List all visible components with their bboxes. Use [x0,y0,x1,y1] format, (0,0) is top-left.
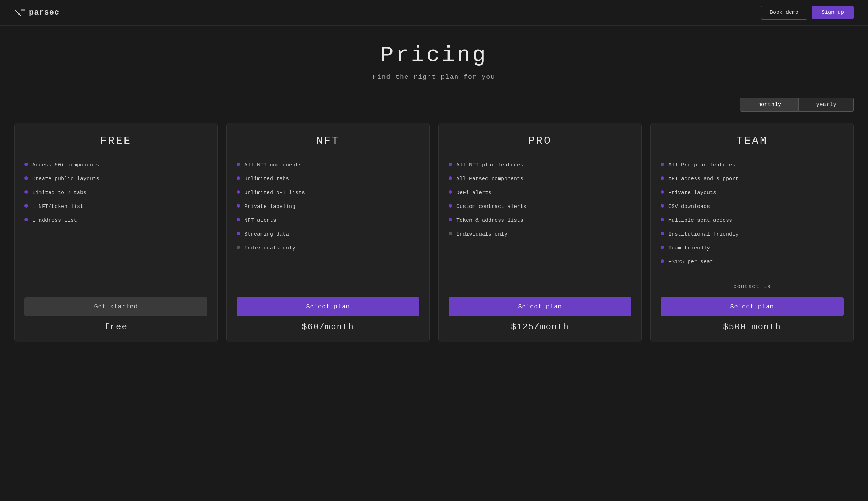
feature-text: All NFT plan features [456,161,523,169]
yearly-toggle[interactable]: yearly [799,98,854,112]
feature-text: Individuals only [244,244,295,252]
list-item: Unlimited NFT lists [237,189,419,197]
bullet-icon [661,163,664,166]
features-list-team: All Pro plan featuresAPI access and supp… [661,161,844,272]
bullet-icon [24,190,28,194]
bullet-icon [661,246,664,249]
pricing-grid: FREEAccess 50+ componentsCreate public l… [14,123,854,342]
feature-text: All Pro plan features [668,161,735,169]
plan-card-team: TEAMAll Pro plan featuresAPI access and … [650,123,854,342]
cta-button-pro[interactable]: Select plan [449,297,631,316]
contact-us-label: contact us [661,283,844,290]
features-list-nft: All NFT componentsUnlimited tabsUnlimite… [237,161,419,286]
bullet-icon [449,204,452,208]
plan-title-free: FREE [24,135,207,153]
list-item: Custom contract alerts [449,203,631,210]
bullet-icon [661,190,664,194]
feature-text: Private labeling [244,203,295,210]
feature-text: Streaming data [244,231,289,238]
list-item: +$125 per seat [661,258,844,266]
feature-text: 1 address list [32,217,77,224]
navbar: parsec Book demo Sign up [0,0,868,26]
bullet-icon [449,190,452,194]
feature-text: CSV downloads [668,203,710,210]
feature-text: Institutional friendly [668,231,739,238]
plan-card-free: FREEAccess 50+ componentsCreate public l… [14,123,218,342]
plan-price-pro: $125/month [449,322,631,332]
bullet-icon [449,176,452,180]
feature-text: Unlimited tabs [244,175,289,183]
bullet-icon [449,232,452,235]
bullet-icon [237,246,240,249]
plan-price-free: free [24,322,207,332]
feature-text: Individuals only [456,231,507,238]
bullet-icon [237,190,240,194]
book-demo-button[interactable]: Book demo [761,6,807,20]
feature-text: Token & address lists [456,217,523,224]
feature-text: Access 50+ components [32,161,99,169]
bullet-icon [24,163,28,166]
list-item: All NFT components [237,161,419,169]
bullet-icon [449,218,452,221]
billing-toggle: monthly yearly [14,98,854,112]
page-subtitle: Find the right plan for you [14,73,854,81]
sign-up-button[interactable]: Sign up [812,6,854,19]
parsec-logo-icon [14,7,26,18]
feature-text: Custom contract alerts [456,203,527,210]
feature-text: Unlimited NFT lists [244,189,305,197]
list-item: Streaming data [237,231,419,238]
list-item: 1 address list [24,217,207,224]
cta-button-nft[interactable]: Select plan [237,297,419,316]
bullet-icon [24,176,28,180]
monthly-toggle[interactable]: monthly [740,98,799,112]
bullet-icon [237,218,240,221]
cta-button-free[interactable]: Get started [24,297,207,316]
page-title: Pricing [14,43,854,68]
list-item: Unlimited tabs [237,175,419,183]
plan-title-pro: PRO [449,135,631,153]
list-item: All Pro plan features [661,161,844,169]
feature-text: Team friendly [668,244,710,252]
plan-title-nft: NFT [237,135,419,153]
feature-text: API access and support [668,175,739,183]
feature-text: Create public layouts [32,175,99,183]
list-item: 1 NFT/token list [24,203,207,210]
feature-text: Multiple seat access [668,217,732,224]
feature-text: 1 NFT/token list [32,203,83,210]
list-item: Token & address lists [449,217,631,224]
features-list-pro: All NFT plan featuresAll Parsec componen… [449,161,631,286]
feature-text: DeFi alerts [456,189,491,197]
list-item: Institutional friendly [661,231,844,238]
bullet-icon [237,163,240,166]
list-item: Team friendly [661,244,844,252]
main-content: Pricing Find the right plan for you mont… [0,26,868,363]
list-item: Individuals only [237,244,419,252]
list-item: Create public layouts [24,175,207,183]
feature-text: Private layouts [668,189,716,197]
list-item: API access and support [661,175,844,183]
bullet-icon [237,204,240,208]
bullet-icon [661,232,664,235]
nav-buttons: Book demo Sign up [761,6,854,20]
list-item: NFT alerts [237,217,419,224]
bullet-icon [661,218,664,221]
bullet-icon [661,176,664,180]
list-item: Individuals only [449,231,631,238]
features-list-free: Access 50+ componentsCreate public layou… [24,161,207,286]
logo: parsec [14,7,59,18]
logo-text: parsec [29,8,59,17]
bullet-icon [237,176,240,180]
bullet-icon [661,259,664,263]
list-item: DeFi alerts [449,189,631,197]
list-item: CSV downloads [661,203,844,210]
feature-text: All Parsec components [456,175,523,183]
cta-button-team[interactable]: Select plan [661,297,844,316]
list-item: All Parsec components [449,175,631,183]
plan-title-team: TEAM [661,135,844,153]
bullet-icon [24,204,28,208]
plan-price-nft: $60/month [237,322,419,332]
bullet-icon [661,204,664,208]
plan-card-nft: NFTAll NFT componentsUnlimited tabsUnlim… [226,123,430,342]
feature-text: +$125 per seat [668,258,713,266]
list-item: Limited to 2 tabs [24,189,207,197]
